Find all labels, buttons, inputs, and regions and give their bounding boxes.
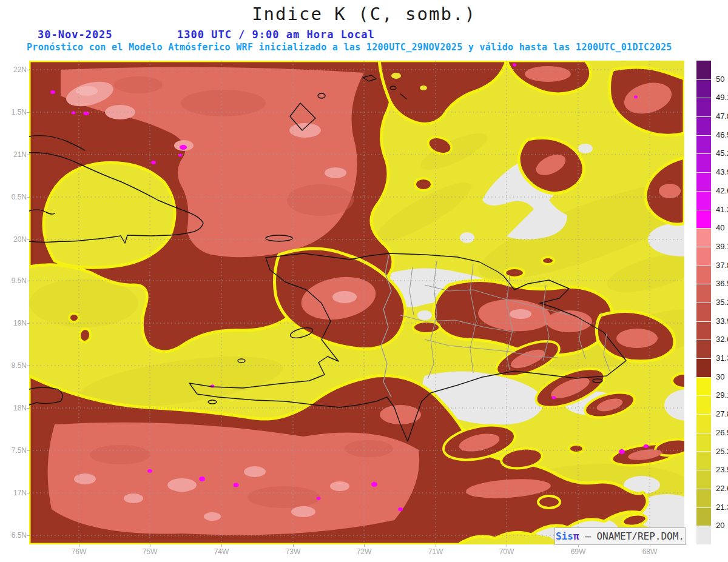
- colorbar-label-20: 20: [716, 521, 724, 530]
- lat-tick-mark: [27, 408, 29, 409]
- colorbar-label-25.2: 25.2: [716, 447, 728, 456]
- colorbar-segment: [696, 489, 711, 507]
- lat-tick-mark: [27, 281, 29, 281]
- colorbar-segment: [696, 451, 711, 470]
- colorbar-segment: [696, 135, 711, 154]
- colorbar-label-30: 30: [716, 372, 724, 381]
- lon-tick-label-75W: 75W: [136, 547, 163, 556]
- lon-tick-label-71W: 71W: [422, 547, 449, 556]
- colorbar-segment: [696, 191, 711, 210]
- colorbar-label-22.6: 22.6: [716, 484, 728, 493]
- lat-tick-label-22N: 22N: [0, 65, 27, 74]
- lat-tick-mark: [27, 155, 29, 155]
- lon-tick-label-69W: 69W: [565, 547, 592, 556]
- colorbar-segment: [696, 61, 711, 79]
- attribution-org: – ONAMET/REP.DOM.: [579, 530, 684, 542]
- colorbar-label-45.2: 45.2: [716, 149, 728, 158]
- colorbar-segment: [696, 358, 711, 377]
- lat-tick-label-6.5N: 6.5N: [0, 531, 27, 540]
- lon-tick-mark: [436, 544, 436, 547]
- colorbar-label-36.5: 36.5: [716, 279, 728, 288]
- colorbar-segment: [696, 228, 711, 247]
- colorbar-segment: [696, 79, 711, 98]
- lat-tick-label-0.5N: 0.5N: [0, 193, 27, 201]
- colorbar-label-35.2: 35.2: [716, 298, 728, 307]
- lon-tick-mark: [507, 544, 507, 547]
- lon-tick-mark: [650, 544, 650, 547]
- colorbar-label-21.3: 21.3: [716, 503, 728, 512]
- colorbar-segment: [696, 414, 711, 433]
- lat-tick-mark: [27, 197, 29, 198]
- lon-tick-mark: [364, 544, 365, 547]
- lat-tick-label-17N: 17N: [0, 489, 27, 497]
- valid-time: 1300 UTC / 9:00 am Hora Local: [177, 28, 375, 41]
- lat-tick-label-20N: 20N: [0, 235, 27, 244]
- lat-tick-mark: [27, 323, 29, 324]
- lat-tick-label-19N: 19N: [0, 319, 27, 327]
- lat-tick-label-9.5N: 9.5N: [0, 276, 27, 285]
- attribution-brand: Sis: [556, 530, 573, 542]
- colorbar-segment: [696, 395, 711, 414]
- colorbar-segment: [696, 153, 711, 172]
- lat-tick-mark: [27, 535, 29, 536]
- lon-tick-label-68W: 68W: [636, 547, 663, 556]
- colorbar-label-46.5: 46.5: [716, 130, 728, 139]
- colorbar-segment: [696, 247, 711, 266]
- colorbar-label-42.6: 42.6: [716, 186, 728, 195]
- lon-tick-label-76W: 76W: [66, 547, 92, 556]
- colorbar-label-23.9: 23.9: [716, 465, 728, 474]
- colorbar-segment: [696, 377, 711, 396]
- lat-tick-label-7.5N: 7.5N: [0, 446, 27, 455]
- pi-logo-icon: π: [573, 530, 579, 542]
- map-canvas: [29, 61, 684, 544]
- colorbar-label-32.6: 32.6: [716, 335, 728, 344]
- colorbar-segment: [696, 116, 711, 135]
- colorbar-label-37.8: 37.8: [716, 261, 728, 270]
- colorbar-segment: [696, 321, 711, 340]
- lon-tick-mark: [221, 544, 222, 547]
- lat-tick-mark: [27, 493, 29, 493]
- colorbar-label-33.9: 33.9: [716, 316, 728, 326]
- colorbar-segment: [696, 507, 711, 526]
- colorbar: [696, 61, 711, 544]
- lat-tick-mark: [27, 366, 29, 366]
- colorbar-label-27.8: 27.8: [716, 409, 728, 418]
- lat-tick-label-21N: 21N: [0, 150, 27, 159]
- lon-tick-mark: [578, 544, 579, 547]
- colorbar-label-29.1: 29.1: [716, 390, 728, 400]
- lat-tick-mark: [27, 239, 29, 240]
- colorbar-label-31.3: 31.3: [716, 353, 728, 363]
- colorbar-label-50: 50: [716, 75, 724, 84]
- lat-tick-label-8.5N: 8.5N: [0, 361, 27, 370]
- valid-date: 30-Nov-2025: [38, 28, 113, 41]
- colorbar-segment: [696, 284, 711, 303]
- colorbar-segment: [696, 433, 711, 452]
- page-title: Indice K (C, somb.): [0, 4, 728, 24]
- lon-tick-mark: [79, 544, 79, 547]
- lon-tick-label-70W: 70W: [493, 547, 520, 556]
- lon-tick-mark: [150, 544, 150, 547]
- colorbar-label-41.3: 41.3: [716, 205, 728, 214]
- lat-tick-mark: [27, 450, 29, 451]
- lat-tick-mark: [27, 112, 29, 113]
- forecast-info-line: Pronóstico con el Modelo Atmósferico WRF…: [27, 42, 706, 53]
- colorbar-label-40: 40: [716, 223, 724, 232]
- colorbar-segment: [696, 303, 711, 321]
- colorbar-segment: [696, 210, 711, 229]
- lon-tick-mark: [293, 544, 294, 547]
- colorbar-label-39.1: 39.1: [716, 242, 728, 251]
- colorbar-segment: [696, 470, 711, 489]
- colorbar-label-43.9: 43.9: [716, 167, 728, 176]
- colorbar-segment: [696, 340, 711, 358]
- lon-tick-label-74W: 74W: [208, 547, 235, 556]
- attribution-box: Sisπ – ONAMET/REP.DOM.: [554, 527, 686, 545]
- colorbar-label-47.8: 47.8: [716, 112, 728, 121]
- lat-tick-label-1.5N: 1.5N: [0, 108, 27, 116]
- colorbar-segment: [696, 172, 711, 191]
- weather-map-page: Indice K (C, somb.) 30-Nov-2025 1300 UTC…: [0, 0, 728, 562]
- colorbar-segment: [696, 98, 711, 116]
- colorbar-segment: [696, 526, 711, 544]
- lat-tick-mark: [27, 70, 29, 70]
- lat-tick-label-18N: 18N: [0, 404, 27, 412]
- colorbar-label-49.1: 49.1: [716, 93, 728, 102]
